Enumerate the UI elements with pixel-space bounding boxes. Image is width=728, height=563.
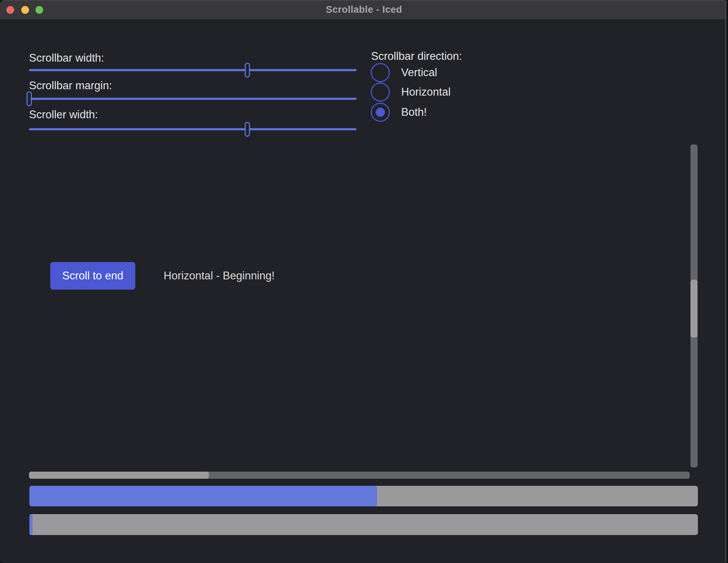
window-right-edge-shadow xyxy=(726,0,728,563)
scrollbar-width-slider[interactable] xyxy=(29,63,357,78)
titlebar: Scrollable - Iced xyxy=(0,0,728,20)
scrollbar-margin-label: Scrollbar margin: xyxy=(29,79,112,92)
status-text: Horizontal - Beginning! xyxy=(164,269,275,282)
slider-handle[interactable] xyxy=(245,63,250,78)
scroll-to-end-button[interactable]: Scroll to end xyxy=(50,262,135,290)
slider-rail[interactable] xyxy=(29,98,357,100)
slider-handle[interactable] xyxy=(27,91,32,106)
radio-horizontal[interactable] xyxy=(371,83,390,102)
vertical-scrollbar-thumb[interactable] xyxy=(690,280,698,337)
window-title: Scrollable - Iced xyxy=(0,0,728,19)
progress-fill xyxy=(29,514,33,535)
horizontal-progress-bar xyxy=(29,486,698,506)
horizontal-scrollbar-thumb[interactable] xyxy=(29,472,209,479)
slider-rail[interactable] xyxy=(29,69,357,71)
app-window: Scrollable - Iced Scrollbar width: Scrol… xyxy=(0,0,728,563)
scrollbar-margin-slider[interactable] xyxy=(29,91,357,106)
radio-vertical-label[interactable]: Vertical xyxy=(401,66,437,79)
progress-fill xyxy=(29,486,377,506)
slider-handle[interactable] xyxy=(245,122,250,137)
horizontal-scrollbar-track[interactable] xyxy=(29,472,690,479)
vertical-progress-bar xyxy=(29,514,698,535)
radio-both[interactable] xyxy=(371,103,390,122)
scroller-width-label: Scroller width: xyxy=(29,108,98,121)
slider-rail[interactable] xyxy=(29,128,357,130)
radio-both-label[interactable]: Both! xyxy=(401,106,427,119)
scrollbar-direction-label: Scrollbar direction: xyxy=(371,50,462,63)
radio-horizontal-label[interactable]: Horizontal xyxy=(401,86,451,98)
scroller-width-slider[interactable] xyxy=(29,122,357,137)
radio-selected-dot xyxy=(376,108,385,117)
vertical-scrollbar-track[interactable] xyxy=(690,144,698,467)
radio-vertical[interactable] xyxy=(371,63,390,82)
